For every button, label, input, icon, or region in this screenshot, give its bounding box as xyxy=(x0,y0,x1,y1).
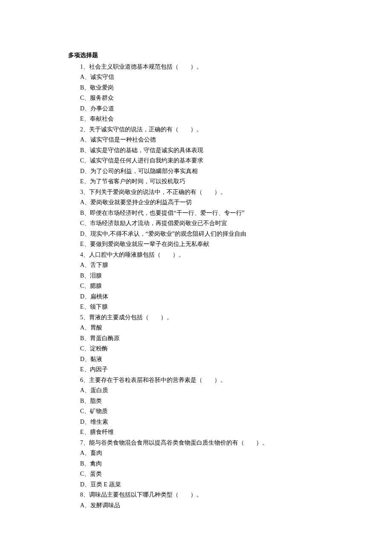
question-stem: 4、人口腔中大的唾液腺包括（ ）。 xyxy=(68,250,324,260)
question-option: B、即便在市场经济时代，也要提倡“干一行、爱一行、专一行” xyxy=(68,208,324,219)
question-option: B、泪腺 xyxy=(68,271,324,281)
question-option: D、维生素 xyxy=(68,417,324,428)
question-option: A、爱岗敬业就要坚持企业的利益高于一切 xyxy=(68,197,324,208)
question-option: E、内因子 xyxy=(68,364,324,375)
question-option: A、胃酸 xyxy=(68,323,324,333)
question-option: C、诚实守信是任何人进行自我约束的基本要求 xyxy=(68,156,324,166)
question-option: C、蛋类 xyxy=(68,469,324,480)
section-title: 多项选择题 xyxy=(68,50,324,61)
question-option: A、蛋白质 xyxy=(68,385,324,396)
question-option: D、豆类 E 蔬菜 xyxy=(68,480,324,490)
question-option: E、为了节省客户的时间，可以投机取巧 xyxy=(68,176,324,187)
question-option: E、要做到爱岗敬业就应一辈子在岗位上无私奉献 xyxy=(68,239,324,250)
question-stem: 8、调味品主要包括以下哪几种类型（ ）。 xyxy=(68,490,324,500)
question-option: B、脂类 xyxy=(68,396,324,407)
question-option: C、矿物质 xyxy=(68,406,324,417)
question-option: C、市场经济鼓励人才流动，再提倡爱岗敬业已不合时宜 xyxy=(68,218,324,229)
question-option: E、膳食纤维 xyxy=(68,427,324,438)
question-stem: 2、关于诚实守信的说法，正确的有（ ）。 xyxy=(68,124,324,135)
question-option: C、腮腺 xyxy=(68,281,324,292)
question-option: C、淀粉酶 xyxy=(68,344,324,354)
question-option: E、奉献社会 xyxy=(68,114,324,124)
question-option: B、禽肉 xyxy=(68,459,324,469)
question-option: A、畜肉 xyxy=(68,448,324,459)
question-option: A、诚实守信是一种社会公德 xyxy=(68,135,324,145)
question-option: B、胃蛋白酶原 xyxy=(68,333,324,344)
question-stem: 6、主要存在于谷粒表层和谷胚中的营养素是（ ）。 xyxy=(68,375,324,386)
question-option: C、服务群众 xyxy=(68,93,324,104)
question-option: A、诚实守信 xyxy=(68,72,324,83)
question-option: E、颌下腺 xyxy=(68,302,324,312)
question-option: B、诚实是守信的基础，守信是诚实的具体表现 xyxy=(68,145,324,156)
question-option: A、舌下腺 xyxy=(68,260,324,271)
question-option: D、扁桃体 xyxy=(68,292,324,302)
question-stem: 7、能与谷类食物混合食用以提高谷类食物蛋白质生物价的有（ ）。 xyxy=(68,438,324,448)
question-option: D、黏液 xyxy=(68,354,324,365)
question-option: D、为了公司的利益，可以隐瞒部分事实真相 xyxy=(68,166,324,177)
question-option: D、现实中,不得不承认，“爱岗敬业”的观念阻碍人们的择业自由 xyxy=(68,229,324,240)
question-stem: 5、胃液的主要成分包括（ ）。 xyxy=(68,312,324,323)
question-option: A、发酵调味品 xyxy=(68,500,324,511)
question-option: B、敬业爱岗 xyxy=(68,83,324,93)
questions-container: 1、社会主义职业道德基本规范包括（ ）。A、诚实守信B、敬业爱岗C、服务群众D、… xyxy=(68,62,324,511)
question-option: D、办事公道 xyxy=(68,104,324,114)
question-stem: 3、下列关于爱岗敬业的说法中，不正确的有（ ）。 xyxy=(68,187,324,198)
question-stem: 1、社会主义职业道德基本规范包括（ ）。 xyxy=(68,62,324,72)
